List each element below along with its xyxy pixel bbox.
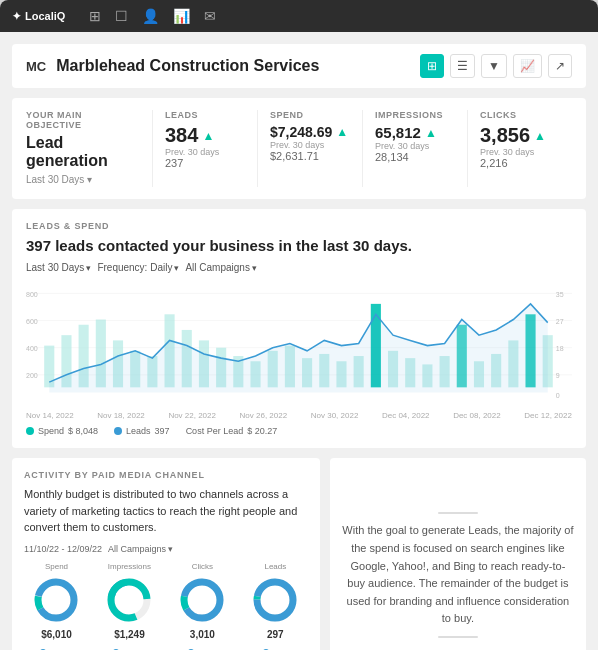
- mc-badge: MC: [26, 59, 46, 74]
- campaigns-filter[interactable]: All Campaigns ▾: [108, 544, 173, 554]
- leads-trend-icon: ▲: [202, 129, 214, 143]
- impressions-prev-label: Prev. 30 days: [375, 141, 455, 151]
- svg-text:200: 200: [26, 371, 38, 380]
- legend-cpl-value: $ 20.27: [247, 426, 277, 436]
- clicks-label: CLICKS: [480, 110, 560, 120]
- clicks-value: 3,856 ▲: [480, 124, 560, 147]
- svg-text:0: 0: [556, 391, 560, 400]
- kpi-section: YOUR MAIN OBJECTIVE Lead generation Last…: [12, 98, 586, 199]
- leads-prev-label: Prev. 30 days: [165, 147, 245, 157]
- svg-text:35: 35: [556, 289, 564, 298]
- svg-text:18: 18: [556, 344, 564, 353]
- grid-view-button[interactable]: ⊞: [420, 54, 444, 78]
- main-objective-label: YOUR MAIN OBJECTIVE: [26, 110, 138, 130]
- impressions-label: IMPRESSIONS: [375, 110, 455, 120]
- svg-text:27: 27: [556, 317, 564, 326]
- kpi-main-objective: YOUR MAIN OBJECTIVE Lead generation Last…: [26, 110, 153, 187]
- chart-section: LEADS & SPEND 397 leads contacted your b…: [12, 209, 586, 448]
- insight-card: With the goal to generate Leads, the maj…: [330, 458, 586, 650]
- bottom-section: ACTIVITY BY PAID MEDIA CHANNEL Monthly b…: [12, 458, 586, 650]
- svg-text:400: 400: [26, 344, 38, 353]
- clicks-donut-svg: [176, 574, 228, 626]
- donut-impressions: Impressions $1,249: [97, 562, 162, 640]
- chart-headline: 397 leads contacted your business in the…: [26, 237, 572, 254]
- divider-top: [438, 512, 478, 514]
- chart-filters: Last 30 Days Frequency: Daily All Campai…: [26, 262, 572, 273]
- app-window: ✦ LocaliQ ⊞ ☐ 👤 📊 ✉ MC Marblehead Constr…: [0, 0, 598, 650]
- frequency-filter-button[interactable]: Frequency: Daily: [97, 262, 179, 273]
- date-range: 11/10/22 - 12/09/22 All Campaigns ▾: [24, 544, 308, 554]
- impressions-value: 65,812 ▲: [375, 124, 455, 141]
- chart-svg: 800 600 400 200 35 27 18 9 0: [26, 283, 572, 403]
- spend-legend-dot: [26, 427, 34, 435]
- leads-legend-dot: [114, 427, 122, 435]
- main-objective-value: Lead generation: [26, 134, 138, 170]
- chart-button[interactable]: 📈: [513, 54, 542, 78]
- spend-label: SPEND: [270, 110, 350, 120]
- legend-spend: Spend $ 8,048: [26, 426, 98, 436]
- svg-point-50: [184, 582, 220, 618]
- kpi-row: YOUR MAIN OBJECTIVE Lead generation Last…: [26, 110, 572, 187]
- filter-button[interactable]: ▼: [481, 54, 507, 78]
- header-bar: MC Marblehead Construction Services ⊞ ☰ …: [12, 44, 586, 88]
- chart-legend: Spend $ 8,048 Leads 397 Cost Per Lead $ …: [26, 426, 572, 436]
- impressions-trend-icon: ▲: [425, 126, 437, 140]
- app-title: LocaliQ: [25, 10, 65, 22]
- donut-spend: Spend $6,010: [24, 562, 89, 640]
- svg-text:600: 600: [26, 317, 38, 326]
- donut-leads: Leads 297: [243, 562, 308, 640]
- grid-nav-icon[interactable]: ⊞: [89, 8, 101, 24]
- list-view-button[interactable]: ☰: [450, 54, 475, 78]
- svg-point-44: [38, 582, 74, 618]
- logo-symbol: ✦: [12, 10, 21, 23]
- svg-text:9: 9: [556, 371, 560, 380]
- spend-prev-label: Prev. 30 days: [270, 140, 350, 150]
- chart-container: 800 600 400 200 35 27 18 9 0: [26, 283, 572, 403]
- spend-donut-svg: [30, 574, 82, 626]
- paid-media-card: ACTIVITY BY PAID MEDIA CHANNEL Monthly b…: [12, 458, 320, 650]
- leads-prev-value: 237: [165, 157, 245, 169]
- share-button[interactable]: ↗: [548, 54, 572, 78]
- impressions-donut-svg: [103, 574, 155, 626]
- titlebar: ✦ LocaliQ ⊞ ☐ 👤 📊 ✉: [0, 0, 598, 32]
- spend-trend-icon: ▲: [336, 125, 348, 139]
- period-filter-button[interactable]: Last 30 Days: [26, 262, 91, 273]
- paid-media-label: ACTIVITY BY PAID MEDIA CHANNEL: [24, 470, 308, 480]
- insight-text: With the goal to generate Leads, the maj…: [342, 522, 574, 628]
- legend-leads: Leads 397: [114, 426, 170, 436]
- impressions-prev-value: 28,134: [375, 151, 455, 163]
- header-title: MC Marblehead Construction Services: [26, 57, 319, 75]
- campaign-filter-button[interactable]: All Campaigns: [185, 262, 256, 273]
- leads-label: LEADS: [165, 110, 245, 120]
- chart-section-label: LEADS & SPEND: [26, 221, 572, 231]
- donut-row: Spend $6,010 Impressions: [24, 562, 308, 640]
- spend-prev-value: $2,631.71: [270, 150, 350, 162]
- legend-spend-value: $ 8,048: [68, 426, 98, 436]
- kpi-impressions: IMPRESSIONS 65,812 ▲ Prev. 30 days 28,13…: [363, 110, 468, 187]
- period-selector[interactable]: Last 30 Days ▾: [26, 174, 138, 185]
- main-content: MC Marblehead Construction Services ⊞ ☰ …: [0, 32, 598, 650]
- chart-nav-icon[interactable]: 📊: [173, 8, 190, 24]
- spend-value: $7,248.69 ▲: [270, 124, 350, 140]
- legend-leads-value: 397: [155, 426, 170, 436]
- donut-clicks: Clicks 3,010: [170, 562, 235, 640]
- app-logo: ✦ LocaliQ: [12, 10, 65, 23]
- header-actions: ⊞ ☰ ▼ 📈 ↗: [420, 54, 572, 78]
- clicks-prev-label: Prev. 30 days: [480, 147, 560, 157]
- titlebar-nav: ⊞ ☐ 👤 📊 ✉: [89, 8, 216, 24]
- legend-spend-label: Spend: [38, 426, 64, 436]
- kpi-leads: LEADS 384 ▲ Prev. 30 days 237: [153, 110, 258, 187]
- chat-nav-icon[interactable]: ☐: [115, 8, 128, 24]
- company-name: Marblehead Construction Services: [56, 57, 319, 75]
- svg-text:800: 800: [26, 289, 38, 298]
- legend-leads-label: Leads: [126, 426, 151, 436]
- message-nav-icon[interactable]: ✉: [204, 8, 216, 24]
- kpi-clicks: CLICKS 3,856 ▲ Prev. 30 days 2,216: [468, 110, 572, 187]
- users-nav-icon[interactable]: 👤: [142, 8, 159, 24]
- divider-bottom: [438, 636, 478, 638]
- paid-media-headline: Monthly budget is distributed to two cha…: [24, 486, 308, 536]
- leads-value: 384 ▲: [165, 124, 245, 147]
- svg-point-53: [257, 582, 293, 618]
- legend-cpl-label: Cost Per Lead: [186, 426, 244, 436]
- clicks-trend-icon: ▲: [534, 129, 546, 143]
